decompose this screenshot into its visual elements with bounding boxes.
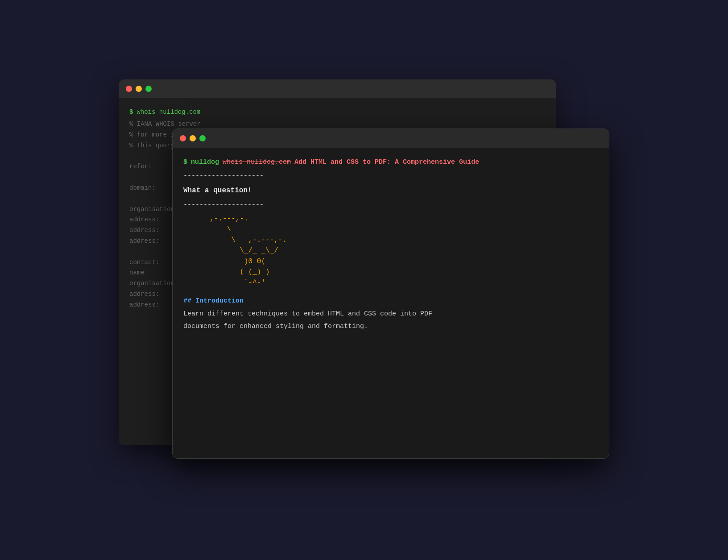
- ascii-line-5: )0 0(: [201, 256, 598, 267]
- ascii-line-4: \_/_ _\_/: [201, 245, 598, 256]
- divider-bottom: --------------------: [183, 199, 598, 211]
- ascii-line-3: \ ,-.---,-.: [201, 235, 598, 245]
- intro-body-line-2: documents for enhanced styling and forma…: [183, 321, 598, 332]
- terminal-front: $ nulldog whois nulldog.com Add HTML and…: [172, 129, 609, 459]
- back-dot-green[interactable]: [145, 86, 152, 92]
- ascii-line-1: ,-.---,-.: [201, 213, 598, 224]
- front-prompt-line: $ nulldog whois nulldog.com Add HTML and…: [183, 157, 598, 168]
- front-cmd-nulldog: nulldog: [191, 157, 219, 168]
- ascii-art: ,-.---,-. \ \ ,-.---,-. \_/_ _\_/ )0 0( …: [201, 213, 598, 288]
- intro-heading: ## Introduction: [183, 295, 598, 307]
- front-cmd-strikethrough: whois nulldog.com: [223, 157, 291, 168]
- front-cmd-title: Add HTML and CSS to PDF: A Comprehensive…: [294, 157, 479, 168]
- intro-body-line-1: Learn different techniques to embed HTML…: [183, 309, 598, 320]
- back-prompt-line-1: $ whois nulldog.com: [129, 107, 545, 118]
- ascii-line-7: `-^-': [201, 278, 598, 288]
- back-dot-yellow[interactable]: [136, 86, 142, 92]
- window-container: $ whois nulldog.com % IANA WHOIS server …: [119, 79, 609, 481]
- ascii-line-2: \: [201, 224, 598, 235]
- ascii-line-6: ( (_) ): [201, 267, 598, 278]
- front-terminal-body: $ nulldog whois nulldog.com Add HTML and…: [173, 148, 609, 458]
- front-dot-green[interactable]: [199, 135, 206, 141]
- front-dot-yellow[interactable]: [190, 135, 196, 141]
- back-command: whois nulldog.com: [136, 107, 200, 118]
- front-title-bar: [173, 129, 609, 148]
- back-title-bar: [119, 79, 556, 98]
- front-dot-red[interactable]: [180, 135, 186, 141]
- back-prompt-dollar: $: [129, 107, 133, 118]
- divider-top: --------------------: [183, 170, 598, 182]
- intro-section: ## Introduction Learn different techniqu…: [183, 295, 598, 332]
- what-question: What a question!: [183, 185, 598, 197]
- back-dot-red[interactable]: [126, 86, 132, 92]
- front-prompt-dollar: $: [183, 157, 187, 168]
